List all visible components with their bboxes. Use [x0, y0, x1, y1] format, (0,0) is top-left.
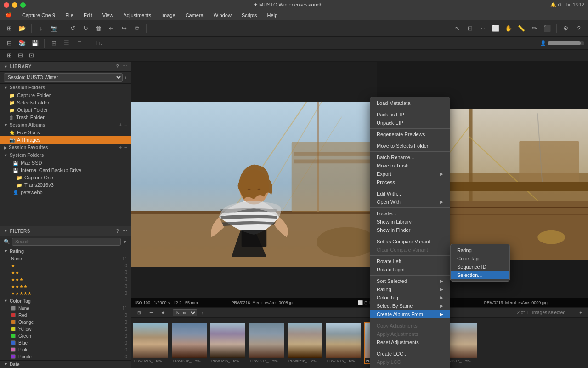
- menu-help[interactable]: Help: [266, 12, 280, 19]
- tree-item-selects[interactable]: 📁 Selects Folder: [0, 99, 131, 106]
- menu-apple[interactable]: 🍎: [4, 11, 14, 19]
- maximize-button[interactable]: [20, 2, 26, 8]
- ctx-rotate-left[interactable]: Rotate Left: [370, 257, 450, 265]
- system-folders-header[interactable]: ▼ System Folders: [0, 151, 131, 159]
- tree-item-mac-ssd[interactable]: 💾 Mac SSD: [0, 159, 131, 167]
- library-more[interactable]: ⋯: [122, 63, 128, 69]
- color-orange[interactable]: Orange 0: [0, 319, 131, 326]
- rating-1star[interactable]: ★ 0: [0, 262, 131, 269]
- ctx-unpack-eip[interactable]: Unpack EIP: [370, 119, 450, 127]
- tree-item-five-stars[interactable]: ⭐ Five Stars: [0, 129, 131, 136]
- ctx-show-finder[interactable]: Show in Finder: [370, 226, 450, 234]
- settings-button[interactable]: ⚙: [560, 23, 571, 34]
- sub-rating[interactable]: Rating: [451, 246, 509, 254]
- import-button[interactable]: ↓: [35, 23, 46, 34]
- ctx-create-lcc[interactable]: Create LCC...: [370, 350, 450, 358]
- grid-view-button[interactable]: ⊞: [48, 38, 59, 49]
- ctx-rotate-right[interactable]: Rotate Right: [370, 265, 450, 274]
- menu-app[interactable]: Capture One 9: [20, 12, 57, 19]
- filmstrip-expand-btn[interactable]: +: [577, 309, 584, 316]
- sub-sequence-id[interactable]: Sequence ID: [451, 263, 509, 271]
- rating-2star[interactable]: ★★ 0: [0, 269, 131, 276]
- filmstrip-item-1[interactable]: PRW0216_...rcs-0002.jpg: [132, 322, 169, 364]
- tree-item-trans[interactable]: 📁 Trans2016v3: [0, 181, 131, 189]
- library-help[interactable]: ?: [116, 63, 119, 69]
- ctx-move-trash[interactable]: Move to Trash: [370, 161, 450, 170]
- ctx-show-library[interactable]: Show in Library: [370, 218, 450, 226]
- filmstrip-star-btn[interactable]: ★: [159, 309, 167, 317]
- session-folders-header[interactable]: ▼ Session Folders: [0, 84, 131, 92]
- pan-tool[interactable]: ✋: [503, 23, 514, 34]
- ctx-set-compare[interactable]: Set as Compare Variant: [370, 237, 450, 246]
- rotate-left-button[interactable]: ↺: [67, 23, 78, 34]
- tree-item-trash[interactable]: 🗑 Trash Folder: [0, 114, 131, 121]
- ctx-rating[interactable]: Rating ▶: [370, 285, 450, 293]
- ctx-pack-eip[interactable]: Pack as EIP: [370, 110, 450, 119]
- color-blue[interactable]: Blue 0: [0, 339, 131, 346]
- open-button[interactable]: 📂: [17, 23, 28, 34]
- filmstrip-grid-btn[interactable]: ⊞: [135, 309, 143, 317]
- session-favorites-header[interactable]: ▶ Session Favorites + −: [0, 144, 131, 151]
- capture-button[interactable]: 📷: [48, 23, 59, 34]
- compare-button[interactable]: ⊡: [26, 50, 37, 61]
- color-red[interactable]: Red 0: [0, 312, 131, 319]
- sub-color-tag[interactable]: Color Tag: [451, 254, 509, 263]
- menu-window[interactable]: Window: [212, 12, 233, 19]
- undo-button[interactable]: ↩: [106, 23, 117, 34]
- main-photo-viewer[interactable]: ISO 100 1/2000 s f/2.2 55 mm PRW0216_Mer…: [131, 62, 377, 307]
- color-yellow[interactable]: Yellow 0: [0, 326, 131, 333]
- session-button[interactable]: 💾: [29, 38, 40, 49]
- filmstrip-list-btn[interactable]: ☰: [147, 309, 155, 317]
- tree-item-petewebb[interactable]: 👤 petewebb: [0, 189, 131, 196]
- sort-dropdown[interactable]: Name: [173, 309, 197, 316]
- filters-more[interactable]: ⋯: [122, 228, 128, 234]
- crop-tool[interactable]: ⊡: [464, 23, 475, 34]
- ctx-batch-rename[interactable]: Batch Rename...: [370, 153, 450, 161]
- menu-edit[interactable]: Edit: [82, 12, 94, 19]
- rating-3star[interactable]: ★★★ 0: [0, 276, 131, 283]
- rating-none[interactable]: None 11: [0, 255, 131, 262]
- color-none[interactable]: None 11: [0, 305, 131, 312]
- close-button[interactable]: [4, 2, 9, 8]
- ctx-color-tag[interactable]: Color Tag ▶: [370, 293, 450, 302]
- filter-expand-button[interactable]: ▼: [123, 239, 127, 244]
- annotation-tool[interactable]: ✏: [529, 23, 540, 34]
- library-arrow[interactable]: ▼: [4, 64, 8, 69]
- keystone-tool[interactable]: ⬜: [490, 23, 501, 34]
- ctx-process[interactable]: Process: [370, 178, 450, 186]
- ctx-open-with[interactable]: Open With ▶: [370, 198, 450, 206]
- menu-view[interactable]: View: [101, 12, 115, 19]
- ctx-move-selects[interactable]: Move to Selects Folder: [370, 142, 450, 150]
- ctx-regenerate[interactable]: Regenerate Previews: [370, 130, 450, 138]
- straighten-tool[interactable]: ↔: [477, 23, 488, 34]
- menu-adjustments[interactable]: Adjustments: [122, 12, 153, 19]
- rating-filter-header[interactable]: ▼ Rating: [0, 247, 131, 255]
- search-input[interactable]: [12, 238, 121, 246]
- menu-scripts[interactable]: Scripts: [240, 12, 259, 19]
- fav-remove-button[interactable]: −: [124, 145, 127, 150]
- redo-button[interactable]: ↪: [119, 23, 130, 34]
- date-filter-header[interactable]: ▼ Date: [0, 361, 131, 368]
- new-session-button[interactable]: ⊞: [4, 23, 15, 34]
- ctx-load-metadata[interactable]: Load Metadata: [370, 99, 450, 107]
- copy-button[interactable]: ⧉: [131, 23, 142, 34]
- menu-camera[interactable]: Camera: [184, 12, 205, 19]
- cursor-tool[interactable]: ↖: [452, 23, 463, 34]
- album-remove-button[interactable]: −: [124, 122, 127, 127]
- rating-5star[interactable]: ★★★★★ 0: [0, 290, 131, 297]
- sort-asc-btn[interactable]: ↑: [198, 309, 206, 316]
- ctx-sort-selected[interactable]: Sort Selected ▶: [370, 277, 450, 285]
- ctx-export[interactable]: Export ▶: [370, 170, 450, 178]
- panel-toggle-button[interactable]: ⊟: [4, 38, 15, 49]
- rating-4star[interactable]: ★★★★ 0: [0, 283, 131, 290]
- ctx-reset-adjustments[interactable]: Reset Adjustments: [370, 338, 450, 346]
- ctx-select-by-same[interactable]: Select By Same ▶: [370, 302, 450, 310]
- tree-item-all-images[interactable]: 📷 All Images: [0, 136, 131, 144]
- rotate-right-button[interactable]: ↻: [80, 23, 91, 34]
- help-button[interactable]: ?: [573, 23, 584, 34]
- tree-item-output[interactable]: 📁 Output Folder: [0, 106, 131, 114]
- ruler-tool[interactable]: 📏: [516, 23, 527, 34]
- filmstrip-item-4[interactable]: PRW0216_...rcs-0005.jpg: [248, 322, 285, 364]
- filmstrip-item-2[interactable]: PRW0216_...rcs-0003.jpg: [171, 322, 208, 364]
- filters-help[interactable]: ?: [116, 228, 119, 234]
